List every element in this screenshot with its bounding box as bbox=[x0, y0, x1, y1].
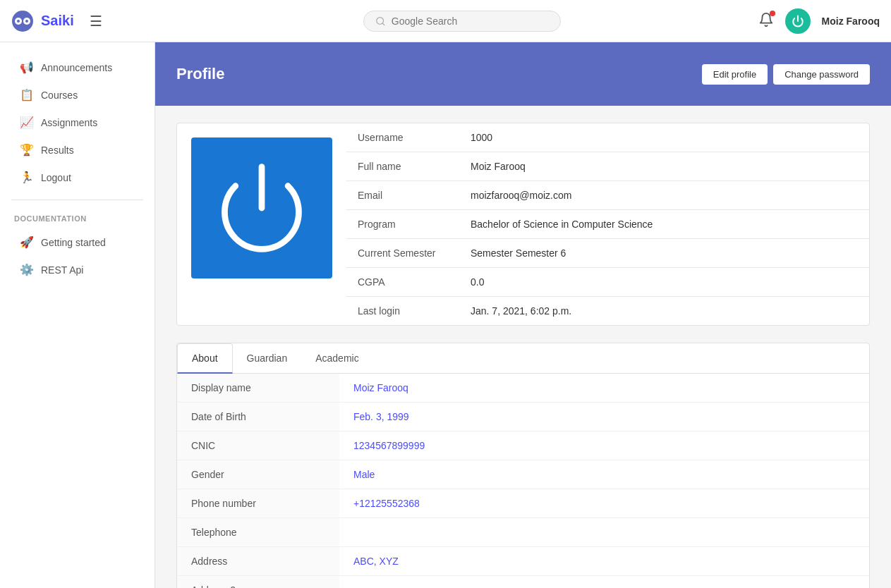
sidebar-item-courses[interactable]: 📋 Courses bbox=[6, 81, 149, 109]
about-field-row: Date of BirthFeb. 3, 1999 bbox=[177, 403, 869, 431]
about-field-label: Address 2 bbox=[177, 576, 339, 589]
profile-field-value: Jan. 7, 2021, 6:02 p.m. bbox=[459, 297, 869, 326]
profile-field-label: Program bbox=[346, 210, 459, 239]
user-name-label[interactable]: Moiz Farooq bbox=[822, 16, 880, 27]
search-box bbox=[363, 11, 561, 32]
logo-area: Saiki ☰ bbox=[11, 10, 166, 32]
about-field-label: Telephone bbox=[177, 518, 339, 547]
about-field-label: Display name bbox=[177, 374, 339, 403]
results-icon: 🏆 bbox=[20, 143, 34, 157]
profile-fields-table: Username1000Full nameMoiz FarooqEmailmoi… bbox=[346, 123, 869, 325]
profile-field-label: Username bbox=[346, 123, 459, 152]
about-field-label: Phone number bbox=[177, 489, 339, 518]
profile-field-row: Full nameMoiz Farooq bbox=[346, 152, 869, 181]
topbar: Saiki ☰ Moiz Farooq bbox=[0, 0, 891, 42]
avatar bbox=[191, 137, 332, 278]
notification-dot bbox=[770, 11, 775, 16]
about-field-value: +12125552368 bbox=[339, 489, 869, 518]
about-table: Display nameMoiz FarooqDate of BirthFeb.… bbox=[177, 374, 869, 588]
sidebar-item-rest-api[interactable]: ⚙️ REST Api bbox=[6, 256, 149, 283]
about-field-row: Phone number+12125552368 bbox=[177, 489, 869, 518]
profile-field-row: Last loginJan. 7, 2021, 6:02 p.m. bbox=[346, 297, 869, 326]
sidebar-divider bbox=[11, 200, 143, 200]
sidebar-item-results[interactable]: 🏆 Results bbox=[6, 136, 149, 164]
edit-profile-button[interactable]: Edit profile bbox=[702, 64, 768, 85]
power-button[interactable] bbox=[785, 8, 811, 34]
saiki-logo-icon bbox=[11, 10, 34, 32]
sidebar-item-logout[interactable]: 🏃 Logout bbox=[6, 164, 149, 191]
getting-started-icon: 🚀 bbox=[20, 235, 34, 249]
about-field-value bbox=[339, 576, 869, 589]
about-field-label: Gender bbox=[177, 460, 339, 489]
sidebar-item-assignments-label: Assignments bbox=[41, 117, 97, 128]
sidebar-item-courses-label: Courses bbox=[41, 90, 78, 101]
about-field-row: Address 2 bbox=[177, 576, 869, 589]
profile-field-value: 1000 bbox=[459, 123, 869, 152]
profile-field-value: 0.0 bbox=[459, 268, 869, 297]
profile-field-value: Semester Semester 6 bbox=[459, 239, 869, 268]
rest-api-icon: ⚙️ bbox=[20, 263, 34, 276]
sidebar: 📢 Announcements 📋 Courses 📈 Assignments … bbox=[0, 42, 155, 588]
tabs-section: About Guardian Academic Display nameMoiz… bbox=[176, 343, 870, 588]
hamburger-menu[interactable]: ☰ bbox=[90, 13, 102, 30]
tab-content-about: Display nameMoiz FarooqDate of BirthFeb.… bbox=[177, 374, 869, 588]
search-input[interactable] bbox=[392, 16, 549, 27]
profile-field-label: CGPA bbox=[346, 268, 459, 297]
about-field-value: ABC, XYZ bbox=[339, 547, 869, 576]
announcements-icon: 📢 bbox=[20, 61, 34, 74]
about-field-row: GenderMale bbox=[177, 460, 869, 489]
tab-guardian[interactable]: Guardian bbox=[233, 343, 302, 374]
about-field-label: Date of Birth bbox=[177, 403, 339, 431]
svg-point-3 bbox=[17, 20, 20, 23]
sidebar-item-announcements[interactable]: 📢 Announcements bbox=[6, 54, 149, 81]
about-field-value: Feb. 3, 1999 bbox=[339, 403, 869, 431]
about-field-row: Display nameMoiz Farooq bbox=[177, 374, 869, 403]
profile-field-row: Emailmoizfarooq@moiz.com bbox=[346, 181, 869, 210]
assignments-icon: 📈 bbox=[20, 116, 34, 129]
about-field-row: CNIC1234567899999 bbox=[177, 431, 869, 460]
profile-info-table: Username1000Full nameMoiz FarooqEmailmoi… bbox=[346, 123, 869, 325]
about-field-value bbox=[339, 518, 869, 547]
app-logo-text: Saiki bbox=[41, 13, 74, 29]
documentation-section-label: DOCUMENTATION bbox=[0, 209, 154, 228]
profile-field-row: CGPA0.0 bbox=[346, 268, 869, 297]
page-title: Profile bbox=[176, 65, 224, 83]
profile-body: Username1000Full nameMoiz FarooqEmailmoi… bbox=[155, 106, 891, 588]
tab-about[interactable]: About bbox=[177, 343, 233, 374]
profile-header-buttons: Edit profile Change password bbox=[702, 64, 870, 85]
avatar-section bbox=[177, 123, 346, 325]
sidebar-item-getting-started[interactable]: 🚀 Getting started bbox=[6, 228, 149, 256]
tabs-header: About Guardian Academic bbox=[177, 343, 869, 374]
profile-field-label: Last login bbox=[346, 297, 459, 326]
topbar-right: Moiz Farooq bbox=[758, 8, 880, 34]
profile-field-value: Bachelor of Science in Computer Science bbox=[459, 210, 869, 239]
about-field-value: Male bbox=[339, 460, 869, 489]
search-area bbox=[166, 11, 758, 32]
sidebar-item-assignments[interactable]: 📈 Assignments bbox=[6, 109, 149, 136]
profile-header: Profile Edit profile Change password bbox=[155, 42, 891, 106]
notification-button[interactable] bbox=[758, 12, 774, 30]
about-field-row: AddressABC, XYZ bbox=[177, 547, 869, 576]
sidebar-item-logout-label: Logout bbox=[41, 172, 71, 183]
about-field-label: Address bbox=[177, 547, 339, 576]
profile-field-label: Email bbox=[346, 181, 459, 210]
search-icon bbox=[375, 16, 386, 27]
courses-icon: 📋 bbox=[20, 88, 34, 102]
profile-field-label: Full name bbox=[346, 152, 459, 181]
about-field-value: 1234567899999 bbox=[339, 431, 869, 460]
sidebar-item-rest-api-label: REST Api bbox=[41, 264, 83, 276]
power-icon bbox=[792, 15, 804, 27]
profile-field-row: Username1000 bbox=[346, 123, 869, 152]
sidebar-item-results-label: Results bbox=[41, 145, 74, 156]
change-password-button[interactable]: Change password bbox=[773, 64, 870, 85]
avatar-power-icon bbox=[212, 159, 311, 257]
profile-field-label: Current Semester bbox=[346, 239, 459, 268]
tab-academic[interactable]: Academic bbox=[301, 343, 372, 374]
profile-field-row: ProgramBachelor of Science in Computer S… bbox=[346, 210, 869, 239]
svg-line-6 bbox=[382, 23, 384, 25]
about-field-value: Moiz Farooq bbox=[339, 374, 869, 403]
sidebar-item-getting-started-label: Getting started bbox=[41, 237, 106, 248]
profile-field-value: Moiz Farooq bbox=[459, 152, 869, 181]
sidebar-item-announcements-label: Announcements bbox=[41, 62, 112, 73]
profile-field-value: moizfarooq@moiz.com bbox=[459, 181, 869, 210]
